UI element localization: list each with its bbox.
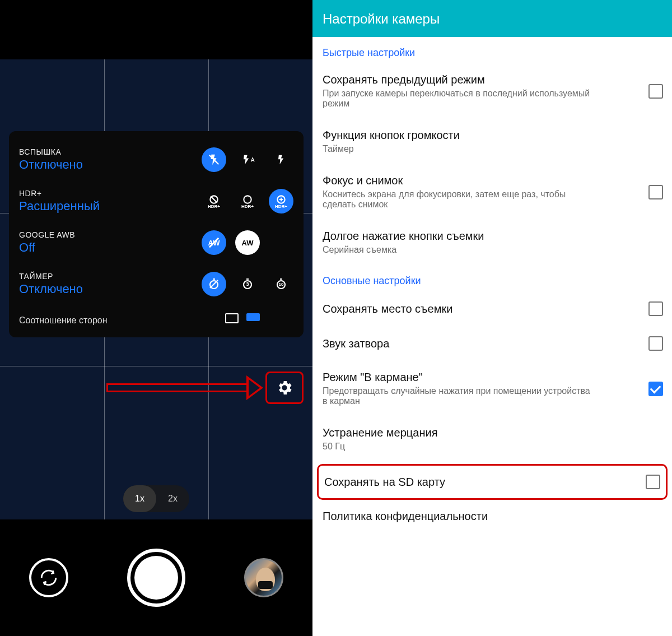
settings-screen: Настройки камеры Быстрые настройки Сохра… (312, 0, 672, 636)
setting-title: Долгое нажатие кнопки съемки (323, 230, 484, 243)
awb-value: Off (19, 240, 75, 255)
hdr-value: Расширенный (19, 199, 100, 213)
setting-save-prev-mode[interactable]: Сохранять предыдущий режим При запуске к… (312, 63, 672, 119)
zoom-2x[interactable]: 2x (156, 494, 189, 504)
flash-label: ВСПЫШКА (19, 147, 83, 156)
checkbox[interactable] (648, 382, 663, 396)
aspect-label: Соотношение сторон (19, 311, 108, 326)
setting-focus-and-shoot[interactable]: Фокус и снимок Коснитесь экрана для фоку… (312, 164, 672, 220)
timer-off-icon[interactable] (202, 272, 226, 296)
setting-long-press-shutter[interactable]: Долгое нажатие кнопки съемки Серийная съ… (312, 220, 672, 265)
awb-on-icon[interactable]: AW (235, 230, 260, 255)
quick-settings-panel: ВСПЫШКА Отключено A HDR+ Расширенный (9, 131, 304, 337)
hdr-row: HDR+ Расширенный HDR+ HDR+ HDR+ (19, 180, 293, 222)
hdr-label: HDR+ (19, 189, 100, 198)
hdr-on-icon[interactable]: HDR+ (235, 189, 260, 213)
setting-flicker[interactable]: Устранение мерцания 50 Гц (312, 416, 672, 462)
shutter-icon (134, 556, 178, 600)
setting-save-to-sd[interactable]: Сохранять на SD карту (319, 466, 666, 498)
flash-on-icon[interactable] (269, 147, 293, 172)
setting-desc: Предотвращать случайные нажатия при поме… (323, 386, 591, 406)
bottom-bar (0, 519, 312, 636)
checkbox[interactable] (648, 336, 663, 351)
timer-row: ТАЙМЕР Отключено 3 10 (19, 263, 293, 305)
timer-3-icon[interactable]: 3 (235, 272, 260, 296)
no-flash-icon[interactable] (202, 147, 226, 172)
awb-label: GOOGLE AWB (19, 230, 75, 239)
setting-title: Функция кнопок громкости (323, 129, 460, 142)
setting-title: Сохранять место съемки (323, 303, 452, 315)
setting-desc: 50 Гц (323, 442, 437, 452)
setting-save-location[interactable]: Сохранять место съемки (312, 291, 672, 326)
checkbox[interactable] (646, 475, 660, 489)
aspect-row: Соотношение сторон (19, 305, 293, 332)
flash-value: Отключено (19, 157, 83, 172)
annotation-arrow (106, 375, 261, 400)
hdr-enh-icon[interactable]: HDR+ (269, 189, 293, 213)
awb-row: GOOGLE AWB Off AW AW (19, 222, 293, 263)
checkbox[interactable] (648, 84, 663, 99)
grid-line (0, 366, 312, 366)
setting-title: Политика конфиденциальности (323, 510, 488, 523)
gear-icon (276, 379, 293, 397)
zoom-toggle: 1x 2x (123, 485, 189, 512)
flash-auto-icon[interactable]: A (235, 147, 260, 172)
setting-desc: Коснитесь экрана для фокусировки, затем … (323, 189, 591, 210)
setting-title: Сохранять на SD карту (324, 476, 445, 489)
setting-title: Сохранять предыдущий режим (323, 73, 591, 86)
aspect-43-icon[interactable] (225, 313, 239, 323)
timer-label: ТАЙМЕР (19, 272, 83, 281)
setting-title: Устранение мерцания (323, 426, 437, 439)
gallery-thumbnail[interactable] (244, 558, 283, 597)
settings-button[interactable] (265, 372, 304, 404)
setting-privacy-policy[interactable]: Политика конфиденциальности (312, 500, 672, 533)
setting-shutter-sound[interactable]: Звук затвора (312, 326, 672, 361)
timer-value: Отключено (19, 282, 83, 296)
zoom-1x[interactable]: 1x (123, 485, 156, 512)
setting-pocket-mode[interactable]: Режим "В кармане" Предотвращать случайны… (312, 361, 672, 416)
awb-off-icon[interactable]: AW (202, 230, 226, 255)
checkbox[interactable] (648, 301, 663, 316)
flash-row: ВСПЫШКА Отключено A (19, 139, 293, 180)
setting-desc: Таймер (323, 144, 460, 154)
setting-title: Режим "В кармане" (323, 371, 591, 384)
setting-title: Звук затвора (323, 337, 389, 350)
aspect-169-icon[interactable] (246, 313, 260, 321)
setting-desc: Серийная съемка (323, 245, 484, 255)
hdr-off-icon[interactable]: HDR+ (202, 189, 226, 213)
checkbox[interactable] (648, 185, 663, 199)
timer-10-icon[interactable]: 10 (269, 272, 293, 296)
section-main-header: Основные настройки (312, 265, 672, 291)
svg-line-5 (209, 238, 218, 247)
app-bar-title: Настройки камеры (312, 0, 672, 37)
camera-app: ВСПЫШКА Отключено A HDR+ Расширенный (0, 0, 312, 636)
section-quick-header: Быстрые настройки (312, 37, 672, 63)
shutter-button[interactable] (127, 549, 185, 607)
setting-volume-keys[interactable]: Функция кнопок громкости Таймер (312, 119, 672, 164)
highlight-sd-card: Сохранять на SD карту (317, 464, 668, 500)
setting-title: Фокус и снимок (323, 174, 591, 187)
switch-camera-button[interactable] (29, 558, 68, 597)
switch-camera-icon (39, 568, 58, 587)
svg-point-3 (244, 196, 251, 203)
setting-desc: При запуске камеры переключаться в после… (323, 89, 591, 109)
